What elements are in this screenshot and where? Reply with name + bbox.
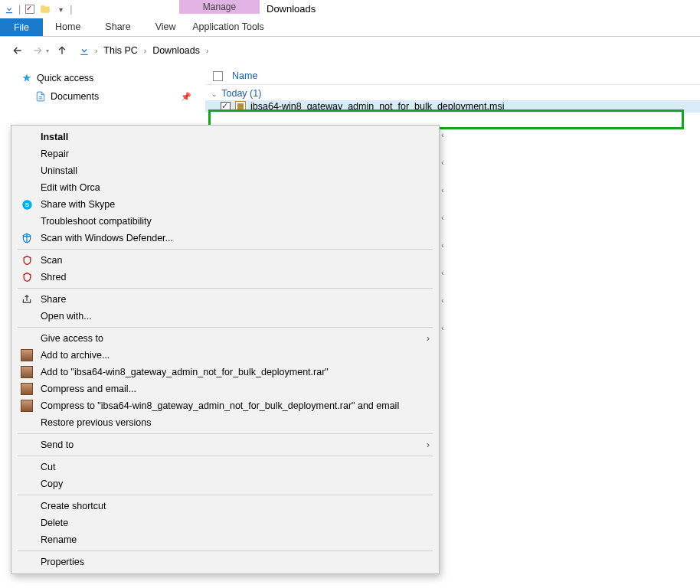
rar-icon [21,400,33,412]
documents-label: Documents [51,91,99,102]
menu-send-to[interactable]: Send to› [11,436,439,453]
star-icon [21,73,32,83]
rar-icon [21,366,33,378]
forward-button[interactable] [31,44,44,57]
context-menu: Install Repair Uninstall Edit with Orca … [11,125,440,574]
download-icon [78,44,90,57]
quick-access-label: Quick access [37,73,93,83]
menu-properties[interactable]: Properties [11,554,439,570]
nav-bar: ▾ › This PC › Downloads › [0,37,700,64]
hidden-columns: ‹‹‹‹‹‹‹‹ [441,130,444,332]
share-tab[interactable]: Share [93,18,142,36]
menu-install[interactable]: Install [11,129,439,145]
back-button[interactable] [11,44,25,57]
chevron-right-icon: › [427,333,430,344]
mcafee-icon [21,271,33,283]
home-tab[interactable]: Home [43,18,93,36]
menu-create-shortcut[interactable]: Create shortcut [11,498,439,514]
shield-icon [21,232,33,244]
chevron-right-icon[interactable]: › [142,47,148,55]
menu-repair[interactable]: Repair [11,145,439,162]
group-label: Today (1) [221,88,261,99]
svg-text:S: S [25,201,28,208]
sidebar-item-documents[interactable]: Documents 📌 [32,89,205,104]
rar-icon [21,349,33,361]
menu-share[interactable]: Share [11,291,439,308]
window-title: Downloads [267,3,316,15]
menu-compress-rar-email[interactable]: Compress to "ibsa64-win8_gateway_admin_n… [11,397,439,414]
download-icon [3,3,15,15]
breadcrumb: › This PC › Downloads › [78,44,210,57]
menu-add-rar[interactable]: Add to "ibsa64-win8_gateway_admin_not_fo… [11,364,439,381]
qat-check-icon[interactable] [24,3,36,15]
manage-tab[interactable]: Manage [179,0,260,14]
recent-locations-button[interactable]: ▾ [46,47,49,54]
menu-compress-email[interactable]: Compress and email... [11,381,439,397]
mcafee-icon [21,254,33,266]
file-tab[interactable]: File [0,18,43,36]
chevron-right-icon[interactable]: › [204,47,210,55]
nav-pane: Quick access Documents 📌 [0,64,205,113]
menu-scan[interactable]: Scan [11,252,439,269]
menu-copy[interactable]: Copy [11,475,439,492]
chevron-right-icon[interactable]: › [93,47,99,55]
skype-icon: S [21,198,33,211]
pin-icon[interactable]: 📌 [181,92,191,102]
menu-shred[interactable]: Shred [11,269,439,286]
file-list: Name ⌄ Today (1) ibsa64-win8_gateway_adm… [205,64,700,113]
column-header: Name [205,69,700,85]
menu-cut[interactable]: Cut [11,459,439,475]
menu-give-access[interactable]: Give access to› [11,330,439,347]
qat-dropdown-icon[interactable]: ▾ [54,3,67,15]
view-tab[interactable]: View [143,18,188,36]
menu-add-archive[interactable]: Add to archive... [11,347,439,364]
application-tools-tab[interactable]: Application Tools [188,18,269,36]
rar-icon [21,383,33,395]
menu-delete[interactable]: Delete [11,514,439,531]
menu-rename[interactable]: Rename [11,531,439,548]
chevron-right-icon: › [427,439,430,450]
document-icon [35,91,46,102]
group-today[interactable]: ⌄ Today (1) [205,85,700,99]
quick-access[interactable]: Quick access [18,70,205,86]
menu-edit-orca[interactable]: Edit with Orca [11,179,439,196]
title-bar: | ▾ | Manage Downloads [0,0,700,18]
chevron-down-icon: ⌄ [211,90,218,98]
breadcrumb-this-pc[interactable]: This PC [102,44,139,57]
menu-defender[interactable]: Scan with Windows Defender... [11,230,439,247]
up-button[interactable] [55,44,69,57]
menu-troubleshoot[interactable]: Troubleshoot compatibility [11,213,439,230]
column-name[interactable]: Name [232,70,257,81]
ribbon: File Home Share View Application Tools [0,18,700,37]
menu-uninstall[interactable]: Uninstall [11,162,439,179]
menu-open-with[interactable]: Open with... [11,308,439,325]
menu-share-skype[interactable]: S Share with Skype [11,196,439,213]
menu-restore-versions[interactable]: Restore previous versions [11,414,439,431]
folder-icon [39,3,51,15]
select-all-checkbox[interactable] [213,71,223,81]
share-icon [21,293,33,305]
breadcrumb-downloads[interactable]: Downloads [151,44,201,57]
